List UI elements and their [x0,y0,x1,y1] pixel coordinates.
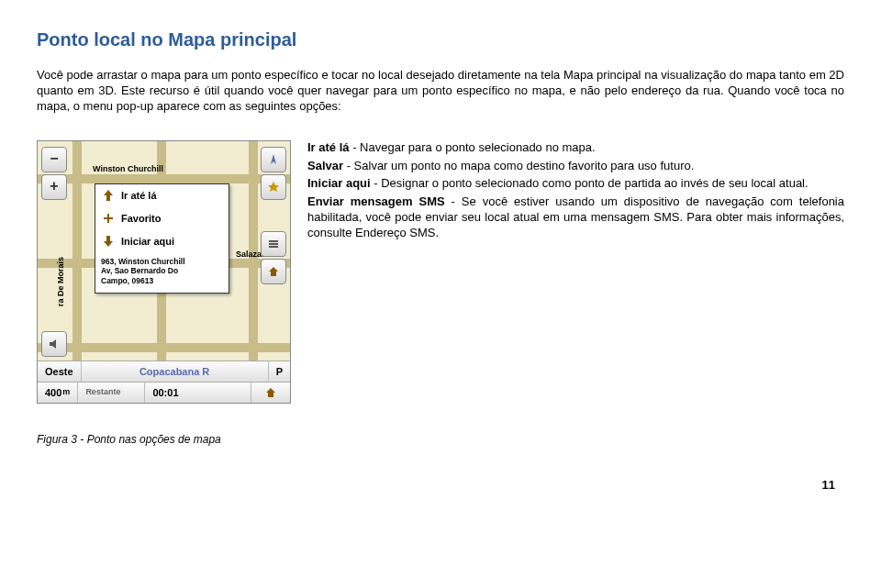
svg-rect-8 [104,217,113,219]
svg-rect-4 [269,246,278,248]
definition-term: Salvar [307,159,343,172]
plus-icon [101,211,116,226]
addr-line: 963, Winston Churchill [101,257,223,267]
road-label: ra De Morais [56,257,67,306]
definition-term: Iniciar aqui [307,176,371,190]
page-number: 11 [37,478,835,494]
definition-item: Iniciar aqui - Designar o ponto selecion… [307,176,844,192]
popup-item-label: Iniciar aqui [121,235,174,248]
page-heading: Ponto local no Mapa principal [37,28,844,51]
status-bar: 400 m Restante 00:01 [38,382,290,403]
svg-marker-6 [50,339,56,349]
down-arrow-icon [101,234,116,249]
definition-text: - Salvar um ponto no mapa como destino f… [343,159,694,172]
intro-paragraph: Você pode arrastar o mapa para um ponto … [37,68,844,115]
svg-marker-0 [271,154,276,164]
popup-address: 963, Winston Churchill Av, Sao Bernardo … [95,252,229,293]
popup-item-label: Favorito [121,212,161,225]
road-text: Copacabana R [139,365,209,378]
road-suffix: P [269,361,290,382]
time-cell: 00:01 [145,383,251,403]
road-label: Winston Churchill [93,164,163,175]
definition-term: Ir até lá [307,140,350,154]
home-button[interactable] [261,259,286,284]
distance-cell: 400 m [38,383,78,403]
home-mini-button[interactable] [251,383,290,403]
svg-marker-9 [266,388,275,397]
menu-button[interactable] [261,231,286,257]
definition-item: Ir até lá - Navegar para o ponto selecio… [307,140,844,156]
zoom-in-button[interactable]: + [41,174,67,200]
svg-rect-3 [269,243,278,245]
addr-line: Campo, 09613 [101,276,223,286]
popup-go-there[interactable]: Ir até lá [95,184,229,206]
definition-text: - Navegar para o ponto selecionado no ma… [350,140,596,154]
popup-favorite[interactable]: Favorito [95,206,229,229]
definition-text: - Designar o ponto selecionado como pont… [371,176,809,190]
road [72,141,82,361]
remaining-label: Restante [78,383,145,403]
svg-marker-5 [269,267,278,276]
zoom-out-button[interactable]: − [41,147,67,172]
figure-caption: Figura 3 - Ponto nas opções de mapa [37,433,844,448]
speaker-button[interactable] [41,331,67,357]
map-area: Winston Churchill Salazar R ra De Morais… [38,141,290,361]
compass-button[interactable] [261,147,286,172]
definition-term: Enviar mensagem SMS [307,194,445,208]
definition-item: Enviar mensagem SMS - Se você estiver us… [307,194,844,241]
svg-marker-1 [268,182,279,192]
addr-line: Av, Sao Bernardo Do [101,266,223,276]
favorites-button[interactable] [261,174,286,200]
svg-rect-2 [269,240,278,242]
definition-item: Salvar - Salvar um ponto no mapa como de… [307,159,844,174]
device-screenshot: Winston Churchill Salazar R ra De Morais… [37,140,291,404]
map-context-popup: Ir até lá Favorito Iniciar aqui [95,183,229,294]
current-road: Copacabana R [82,361,269,382]
popup-start-here[interactable]: Iniciar aqui [95,229,229,252]
distance-unit: m [62,387,70,398]
popup-item-label: Ir até lá [121,189,157,202]
direction-bar: Oeste Copacabana R P [38,361,290,382]
direction-label: Oeste [38,361,82,382]
arrow-icon [101,188,116,203]
distance-value: 400 [45,386,61,399]
definitions-block: Ir até lá - Navegar para o ponto selecio… [307,140,844,404]
